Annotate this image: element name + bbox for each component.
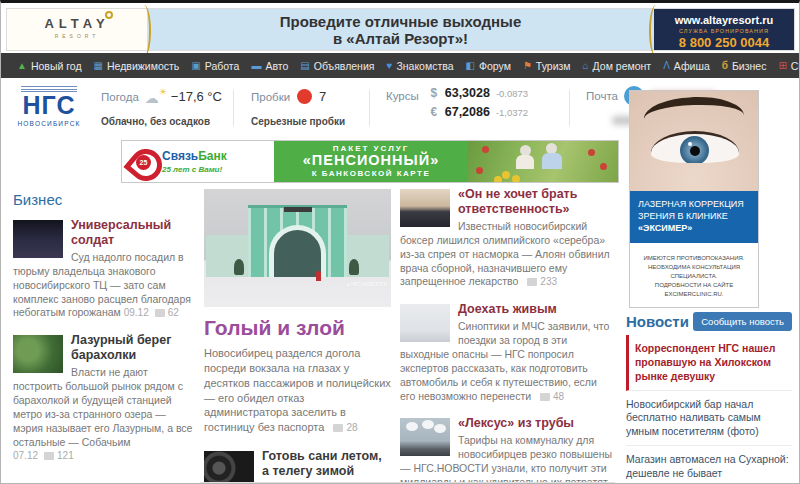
comments-count[interactable]: 62 (168, 307, 179, 318)
flag-icon: ⚑ (523, 61, 532, 71)
bank-slogan: 25 лет с Вами! (162, 165, 227, 174)
nav-item-auto[interactable]: ▬Авто (245, 60, 294, 72)
nav-label: Афиша (674, 60, 710, 72)
cart-icon: ⊞ (778, 61, 786, 71)
nav-label: Туризм (536, 60, 571, 72)
mail-label: Почта (586, 90, 618, 102)
news-feed-item[interactable]: Корреспондент НГС нашел пропавшую на Хил… (626, 335, 792, 391)
booking-service-label: СЛУЖБА БРОНИРОВАНИЯ (654, 28, 794, 34)
eur-delta: -1,0372 (496, 107, 528, 118)
news-feed-column: Новости Сообщить новость Корреспондент Н… (626, 312, 792, 484)
divider (233, 90, 234, 126)
nav-label: Бизнес (732, 60, 766, 72)
rates-label: Курсы (386, 86, 419, 124)
bank-25-badge: 25 (136, 155, 151, 170)
traffic-widget[interactable]: Пробки 7 Серьезные пробки (251, 89, 361, 127)
currency-widget[interactable]: Курсы $ 63,3028 -0.0873 € 67,2086 -1,037… (386, 86, 546, 124)
eximer-line2: ЗРЕНИЯ В КЛИНИКЕ (638, 211, 728, 221)
temperature-value: −17,6 °C (171, 89, 222, 104)
nav-item-afisha[interactable]: ΛАфиша (657, 60, 716, 72)
business-column: Бизнес Универсальный солдат Суд надолго … (13, 191, 193, 484)
weather-description: Облачно, без осадков (101, 116, 210, 127)
svyaz-bank-banner[interactable]: 25 СвязьБанк 25 лет с Вами! ПАКЕТ УСЛУГ … (121, 140, 619, 183)
weather-label: Погода (101, 91, 139, 103)
nav-label: Объявления (314, 60, 375, 72)
date: 07.12 (13, 450, 38, 461)
nav-item-dating[interactable]: ♥Знакомства (380, 60, 459, 72)
car-icon: ▬ (251, 61, 261, 71)
news-item[interactable]: «Лексус» из трубы Тарифы на коммуналку д… (400, 416, 613, 484)
nav-item-business[interactable]: бБизнес (716, 60, 773, 72)
bank-offer: ПАКЕТ УСЛУГ «ПЕНСИОННЫЙ» К БАНКОВСКОЙ КА… (274, 141, 468, 182)
section-header-business[interactable]: Бизнес (13, 191, 193, 208)
nav-label: Недвижимость (107, 60, 179, 72)
news-item[interactable]: Готовь сани летом, а телегу зимой Разлив… (204, 449, 391, 484)
usd-rate: 63,3028 (445, 86, 490, 100)
nav-item-realty[interactable]: ▦Недвижимость (88, 60, 186, 72)
eur-rate: 67,2086 (445, 105, 490, 119)
logo-loop-ornament (105, 11, 113, 19)
banner-site-link[interactable]: www.altayresort.ru (654, 14, 794, 26)
eur-icon: € (429, 105, 439, 119)
eximer-clinic-ad[interactable]: ЛАЗЕРНАЯ КОРРЕКЦИЯ ЗРЕНИЯ В КЛИНИКЕ «ЭКС… (629, 90, 759, 308)
bank-offer-line2: «ПЕНСИОННЫЙ» (274, 153, 468, 169)
bank-brand-1: Связь (162, 149, 198, 163)
divider (569, 90, 570, 126)
red-figure (316, 271, 321, 281)
secondary-stories-column: «Он не хочет брать ответственность» Изве… (400, 187, 613, 484)
section-header-news[interactable]: Новости (626, 313, 689, 330)
article-text: Известный новосибирский боксер лишился о… (400, 220, 610, 287)
comments-icon (333, 424, 343, 432)
altay-resort-banner[interactable]: ALTAY RESORT Проведите отличные выходные… (6, 8, 795, 51)
nav-item-sp[interactable]: ⊞СП (772, 60, 800, 72)
article-thumbnail (13, 220, 63, 258)
nav-item-forum[interactable]: ◧Форум (460, 60, 517, 72)
traffic-label: Пробки (251, 91, 290, 103)
news-item[interactable]: «Он не хочет брать ответственность» Изве… (400, 187, 613, 289)
briefcase-icon: ▣ (191, 61, 200, 71)
comments-count[interactable]: 233 (540, 276, 557, 287)
bank-offer-line3: К БАНКОВСКОЙ КАРТЕ (274, 169, 468, 178)
nav-label: Работа (205, 60, 240, 72)
altay-logo: ALTAY RESORT (7, 9, 147, 50)
station-photo[interactable]: ● НГС.НОВОСТИ (204, 189, 391, 307)
news-item[interactable]: Лазурный берег барахолки Власти не дают … (13, 333, 193, 463)
nav-label: Знакомства (396, 60, 453, 72)
traffic-score: 7 (319, 89, 326, 104)
comments-count[interactable]: 48 (553, 391, 564, 402)
disclaimer-line1: ИМЕЮТСЯ ПРОТИВОПОКАЗАНИЯ. (634, 254, 754, 263)
ngs-logo-city: НОВОСИБИРСК (13, 120, 85, 127)
iris-shape (680, 136, 709, 163)
ngs-logo[interactable]: НГС НОВОСИБИРСК (13, 86, 85, 127)
eye-highlight (688, 142, 692, 146)
divider (369, 90, 370, 126)
news-feed-item[interactable]: Новосибирский бар начал бесплатно налива… (626, 391, 792, 447)
main-story-column: ● НГС.НОВОСТИ Голый и злой Новосибирец р… (204, 189, 391, 484)
banner-headline-line1: Проведите отличные выходные (147, 13, 654, 30)
nav-item-ads[interactable]: ▤Объявления (294, 60, 380, 72)
date: 09.12 (124, 307, 149, 318)
section-header-realty[interactable]: Недвижимость (13, 479, 193, 484)
banner-contacts: www.altayresort.ru СЛУЖБА БРОНИРОВАНИЯ 8… (654, 9, 794, 50)
news-item[interactable]: Универсальный солдат Суд надолго посадил… (13, 218, 193, 320)
bank-swoosh-icon: 25 (130, 149, 156, 175)
photo-watermark: ● НГС.НОВОСТИ (347, 281, 387, 287)
building-icon: ▦ (94, 61, 103, 71)
news-item[interactable]: Доехать живым Синоптики и МЧС заявили, ч… (400, 302, 613, 403)
weather-widget[interactable]: Погода ☀☁ −17,6 °C Облачно, без осадков (101, 89, 231, 127)
nav-item-jobs[interactable]: ▣Работа (185, 60, 245, 72)
news-feed-item[interactable]: Магазин автомасел на Сухарной: дешевле н… (626, 446, 792, 484)
main-story-text: Новосибирец разделся догола посреди вокз… (204, 346, 391, 435)
comments-count[interactable]: 121 (57, 450, 74, 461)
eximer-line1: ЛАЗЕРНАЯ КОРРЕКЦИЯ (638, 198, 750, 210)
main-story-title[interactable]: Голый и злой (204, 316, 391, 340)
comments-count[interactable]: 28 (346, 422, 357, 433)
traffic-description: Серьезные пробки (251, 116, 345, 127)
ngs-homepage: ALTAY RESORT Проведите отличные выходные… (0, 0, 800, 484)
gold-arc-right (649, 5, 663, 57)
comments-icon (540, 393, 550, 401)
nav-item-home-repair[interactable]: ⌂Дом ремонт (577, 60, 658, 72)
nav-item-new-year[interactable]: ▲Новый год (11, 60, 88, 72)
submit-news-button[interactable]: Сообщить новость (693, 312, 792, 331)
nav-item-tourism[interactable]: ⚑Туризм (517, 60, 577, 72)
